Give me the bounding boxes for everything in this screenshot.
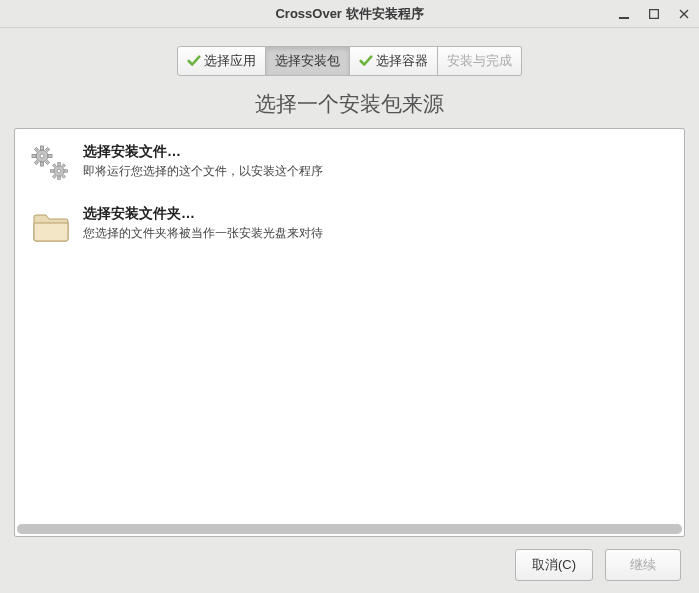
footer-buttons: 取消(C) 继续 bbox=[14, 537, 685, 583]
svg-rect-20 bbox=[53, 175, 57, 179]
cancel-button[interactable]: 取消(C) bbox=[515, 549, 593, 581]
svg-point-23 bbox=[57, 169, 60, 172]
window-title: CrossOver 软件安装程序 bbox=[275, 5, 423, 23]
option-select-file[interactable]: 选择安装文件… 即将运行您选择的这个文件，以安装这个程序 bbox=[29, 139, 670, 201]
option-select-folder[interactable]: 选择安装文件夹… 您选择的文件夹将被当作一张安装光盘来对待 bbox=[29, 201, 670, 263]
svg-rect-19 bbox=[62, 164, 66, 168]
svg-rect-1 bbox=[650, 10, 659, 19]
svg-rect-22 bbox=[53, 164, 57, 168]
svg-rect-21 bbox=[62, 175, 66, 179]
tab-select-package[interactable]: 选择安装包 bbox=[266, 46, 350, 76]
option-text: 选择安装文件… 即将运行您选择的这个文件，以安装这个程序 bbox=[83, 143, 323, 180]
continue-button[interactable]: 继续 bbox=[605, 549, 681, 581]
option-desc: 即将运行您选择的这个文件，以安装这个程序 bbox=[83, 163, 323, 180]
source-list: 选择安装文件… 即将运行您选择的这个文件，以安装这个程序 选择安装文件夹… 您选… bbox=[14, 128, 685, 537]
window-controls bbox=[613, 0, 695, 28]
scrollbar-thumb[interactable] bbox=[17, 524, 682, 534]
content-area: 选择应用 选择安装包 选择容器 安装与完成 选择一个安装包来源 bbox=[0, 28, 699, 593]
svg-rect-18 bbox=[64, 170, 67, 173]
svg-rect-6 bbox=[41, 162, 44, 166]
step-tabs: 选择应用 选择安装包 选择容器 安装与完成 bbox=[14, 46, 685, 76]
svg-rect-5 bbox=[41, 146, 44, 150]
installer-window: CrossOver 软件安装程序 选择应用 选择安装包 选择容器 bbox=[0, 0, 699, 593]
svg-point-13 bbox=[40, 154, 44, 158]
check-icon bbox=[187, 54, 201, 68]
check-icon bbox=[359, 54, 373, 68]
svg-rect-15 bbox=[58, 163, 61, 166]
svg-rect-7 bbox=[32, 155, 36, 158]
svg-rect-12 bbox=[34, 147, 38, 151]
list-inner: 选择安装文件… 即将运行您选择的这个文件，以安装这个程序 选择安装文件夹… 您选… bbox=[15, 129, 684, 273]
option-title: 选择安装文件夹… bbox=[83, 205, 323, 223]
close-button[interactable] bbox=[673, 4, 695, 24]
svg-rect-8 bbox=[48, 155, 52, 158]
svg-rect-11 bbox=[45, 160, 49, 164]
option-desc: 您选择的文件夹将被当作一张安装光盘来对待 bbox=[83, 225, 323, 242]
tab-select-app[interactable]: 选择应用 bbox=[177, 46, 266, 76]
tab-label: 选择应用 bbox=[204, 52, 256, 70]
gears-icon bbox=[31, 145, 71, 185]
tab-label: 选择安装包 bbox=[275, 52, 340, 70]
svg-rect-0 bbox=[619, 17, 629, 19]
svg-rect-17 bbox=[51, 170, 54, 173]
option-text: 选择安装文件夹… 您选择的文件夹将被当作一张安装光盘来对待 bbox=[83, 205, 323, 242]
folder-icon bbox=[31, 207, 71, 247]
svg-rect-16 bbox=[58, 176, 61, 179]
maximize-button[interactable] bbox=[643, 4, 665, 24]
page-heading: 选择一个安装包来源 bbox=[14, 90, 685, 118]
horizontal-scrollbar[interactable] bbox=[17, 524, 682, 534]
svg-rect-9 bbox=[45, 147, 49, 151]
tab-install-finish: 安装与完成 bbox=[438, 46, 522, 76]
svg-rect-10 bbox=[34, 160, 38, 164]
tab-label: 选择容器 bbox=[376, 52, 428, 70]
tab-select-bottle[interactable]: 选择容器 bbox=[350, 46, 438, 76]
option-title: 选择安装文件… bbox=[83, 143, 323, 161]
titlebar: CrossOver 软件安装程序 bbox=[0, 0, 699, 28]
tab-label: 安装与完成 bbox=[447, 52, 512, 70]
minimize-button[interactable] bbox=[613, 4, 635, 24]
